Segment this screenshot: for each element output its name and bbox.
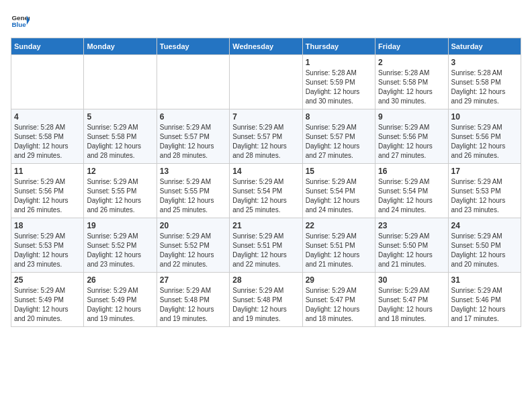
day-info: Sunrise: 5:29 AM Sunset: 5:55 PM Dayligh… [87, 177, 153, 215]
day-number: 18 [14, 221, 81, 230]
calendar-cell [230, 55, 302, 109]
calendar-cell: 26Sunrise: 5:29 AM Sunset: 5:49 PM Dayli… [84, 273, 157, 327]
day-number: 28 [232, 275, 299, 285]
day-number: 19 [87, 221, 153, 230]
day-number: 21 [232, 221, 299, 230]
day-info: Sunrise: 5:29 AM Sunset: 5:54 PM Dayligh… [232, 177, 299, 215]
day-info: Sunrise: 5:29 AM Sunset: 5:56 PM Dayligh… [378, 123, 445, 161]
day-number: 5 [87, 112, 153, 122]
calendar-cell: 18Sunrise: 5:29 AM Sunset: 5:53 PM Dayli… [11, 218, 84, 273]
day-info: Sunrise: 5:29 AM Sunset: 5:46 PM Dayligh… [451, 286, 518, 324]
day-info: Sunrise: 5:29 AM Sunset: 5:57 PM Dayligh… [232, 123, 299, 161]
calendar-cell: 14Sunrise: 5:29 AM Sunset: 5:54 PM Dayli… [230, 164, 302, 218]
calendar-cell: 4Sunrise: 5:28 AM Sunset: 5:58 PM Daylig… [11, 109, 84, 164]
calendar-cell: 6Sunrise: 5:29 AM Sunset: 5:57 PM Daylig… [157, 109, 229, 164]
calendar-cell: 15Sunrise: 5:29 AM Sunset: 5:54 PM Dayli… [302, 164, 375, 218]
day-number: 30 [378, 275, 445, 285]
day-info: Sunrise: 5:28 AM Sunset: 5:58 PM Dayligh… [451, 68, 518, 106]
day-info: Sunrise: 5:29 AM Sunset: 5:51 PM Dayligh… [306, 232, 372, 269]
calendar-cell: 29Sunrise: 5:29 AM Sunset: 5:47 PM Dayli… [302, 273, 375, 327]
calendar-cell: 2Sunrise: 5:28 AM Sunset: 5:58 PM Daylig… [375, 55, 448, 109]
day-info: Sunrise: 5:29 AM Sunset: 5:53 PM Dayligh… [451, 177, 518, 215]
calendar-cell: 12Sunrise: 5:29 AM Sunset: 5:55 PM Dayli… [84, 164, 157, 218]
day-number: 11 [14, 167, 81, 176]
day-info: Sunrise: 5:29 AM Sunset: 5:49 PM Dayligh… [87, 286, 153, 324]
day-info: Sunrise: 5:29 AM Sunset: 5:49 PM Dayligh… [14, 286, 81, 324]
logo: General Blue [11, 11, 32, 30]
logo-icon: General Blue [11, 11, 30, 30]
calendar-cell: 25Sunrise: 5:29 AM Sunset: 5:49 PM Dayli… [11, 273, 84, 327]
calendar-cell: 3Sunrise: 5:28 AM Sunset: 5:58 PM Daylig… [448, 55, 521, 109]
calendar-week-row: 25Sunrise: 5:29 AM Sunset: 5:49 PM Dayli… [11, 273, 521, 327]
day-info: Sunrise: 5:29 AM Sunset: 5:55 PM Dayligh… [160, 177, 226, 215]
calendar-header-sunday: Sunday [11, 38, 84, 55]
day-info: Sunrise: 5:29 AM Sunset: 5:58 PM Dayligh… [87, 123, 153, 161]
day-info: Sunrise: 5:29 AM Sunset: 5:50 PM Dayligh… [378, 232, 445, 269]
day-info: Sunrise: 5:28 AM Sunset: 5:58 PM Dayligh… [378, 68, 445, 106]
day-number: 7 [232, 112, 299, 122]
day-number: 4 [14, 112, 81, 122]
calendar-week-row: 18Sunrise: 5:29 AM Sunset: 5:53 PM Dayli… [11, 218, 521, 273]
calendar-header-wednesday: Wednesday [230, 38, 302, 55]
calendar-week-row: 4Sunrise: 5:28 AM Sunset: 5:58 PM Daylig… [11, 109, 521, 164]
calendar-cell: 10Sunrise: 5:29 AM Sunset: 5:56 PM Dayli… [448, 109, 521, 164]
calendar-cell: 19Sunrise: 5:29 AM Sunset: 5:52 PM Dayli… [84, 218, 157, 273]
day-number: 27 [160, 275, 226, 285]
calendar-cell: 28Sunrise: 5:29 AM Sunset: 5:48 PM Dayli… [230, 273, 302, 327]
calendar-header-row: SundayMondayTuesdayWednesdayThursdayFrid… [11, 38, 521, 55]
day-number: 13 [160, 167, 226, 176]
day-number: 2 [378, 58, 445, 67]
day-number: 14 [232, 167, 299, 176]
calendar-cell: 30Sunrise: 5:29 AM Sunset: 5:47 PM Dayli… [375, 273, 448, 327]
day-number: 16 [378, 167, 445, 176]
calendar-cell: 16Sunrise: 5:29 AM Sunset: 5:54 PM Dayli… [375, 164, 448, 218]
calendar-cell: 22Sunrise: 5:29 AM Sunset: 5:51 PM Dayli… [302, 218, 375, 273]
day-number: 22 [306, 221, 372, 230]
day-number: 17 [451, 167, 518, 176]
day-info: Sunrise: 5:29 AM Sunset: 5:56 PM Dayligh… [14, 177, 81, 215]
day-info: Sunrise: 5:29 AM Sunset: 5:54 PM Dayligh… [306, 177, 372, 215]
calendar-cell [157, 55, 229, 109]
day-info: Sunrise: 5:29 AM Sunset: 5:52 PM Dayligh… [160, 232, 226, 269]
page-header: General Blue [11, 11, 521, 30]
day-number: 26 [87, 275, 153, 285]
calendar-cell: 31Sunrise: 5:29 AM Sunset: 5:46 PM Dayli… [448, 273, 521, 327]
calendar-cell: 24Sunrise: 5:29 AM Sunset: 5:50 PM Dayli… [448, 218, 521, 273]
calendar-cell [11, 55, 84, 109]
calendar-cell: 11Sunrise: 5:29 AM Sunset: 5:56 PM Dayli… [11, 164, 84, 218]
day-info: Sunrise: 5:29 AM Sunset: 5:54 PM Dayligh… [378, 177, 445, 215]
calendar-header-tuesday: Tuesday [157, 38, 229, 55]
calendar-cell: 9Sunrise: 5:29 AM Sunset: 5:56 PM Daylig… [375, 109, 448, 164]
calendar-body: 1Sunrise: 5:28 AM Sunset: 5:59 PM Daylig… [11, 55, 521, 327]
day-number: 31 [451, 275, 518, 285]
calendar-cell: 17Sunrise: 5:29 AM Sunset: 5:53 PM Dayli… [448, 164, 521, 218]
day-number: 24 [451, 221, 518, 230]
calendar-week-row: 11Sunrise: 5:29 AM Sunset: 5:56 PM Dayli… [11, 164, 521, 218]
calendar-cell: 27Sunrise: 5:29 AM Sunset: 5:48 PM Dayli… [157, 273, 229, 327]
calendar-table: SundayMondayTuesdayWednesdayThursdayFrid… [11, 38, 521, 327]
day-number: 9 [378, 112, 445, 122]
day-info: Sunrise: 5:28 AM Sunset: 5:59 PM Dayligh… [306, 68, 372, 106]
day-info: Sunrise: 5:29 AM Sunset: 5:47 PM Dayligh… [306, 286, 372, 324]
day-number: 1 [306, 58, 372, 67]
calendar-header-friday: Friday [375, 38, 448, 55]
svg-text:Blue: Blue [11, 21, 26, 28]
calendar-cell: 20Sunrise: 5:29 AM Sunset: 5:52 PM Dayli… [157, 218, 229, 273]
calendar-cell: 7Sunrise: 5:29 AM Sunset: 5:57 PM Daylig… [230, 109, 302, 164]
day-number: 23 [378, 221, 445, 230]
day-number: 6 [160, 112, 226, 122]
day-info: Sunrise: 5:29 AM Sunset: 5:52 PM Dayligh… [87, 232, 153, 269]
calendar-cell: 5Sunrise: 5:29 AM Sunset: 5:58 PM Daylig… [84, 109, 157, 164]
day-number: 20 [160, 221, 226, 230]
day-number: 29 [306, 275, 372, 285]
calendar-cell [84, 55, 157, 109]
day-info: Sunrise: 5:29 AM Sunset: 5:53 PM Dayligh… [14, 232, 81, 269]
calendar-cell: 1Sunrise: 5:28 AM Sunset: 5:59 PM Daylig… [302, 55, 375, 109]
day-info: Sunrise: 5:29 AM Sunset: 5:57 PM Dayligh… [306, 123, 372, 161]
calendar-cell: 8Sunrise: 5:29 AM Sunset: 5:57 PM Daylig… [302, 109, 375, 164]
calendar-cell: 23Sunrise: 5:29 AM Sunset: 5:50 PM Dayli… [375, 218, 448, 273]
calendar-header-monday: Monday [84, 38, 157, 55]
day-info: Sunrise: 5:28 AM Sunset: 5:58 PM Dayligh… [14, 123, 81, 161]
calendar-cell: 13Sunrise: 5:29 AM Sunset: 5:55 PM Dayli… [157, 164, 229, 218]
day-number: 10 [451, 112, 518, 122]
